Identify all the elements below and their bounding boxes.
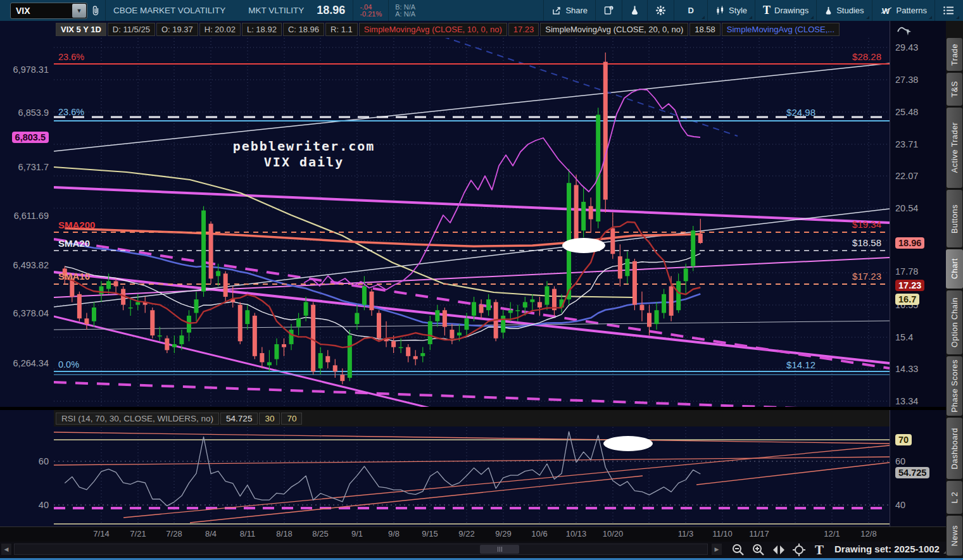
divider: [816, 0, 817, 21]
axis-label-6,611.69: 6,611.69: [14, 210, 49, 221]
date-tick-11/3: 11/3: [672, 529, 700, 538]
ask-value: A: N/A: [395, 11, 415, 18]
candle-28: [267, 362, 272, 365]
candle-61: [508, 310, 513, 313]
text-tool-button[interactable]: T: [810, 542, 828, 557]
date-tick-8/4: 8/4: [197, 529, 225, 538]
date-tick-8/25: 8/25: [306, 529, 334, 538]
time-axis[interactable]: 7/147/217/288/48/118/188/259/19/89/159/2…: [0, 526, 946, 542]
candle-58: [486, 299, 491, 310]
chart-annotation: $19.34: [852, 219, 881, 230]
top-toolbar: VIX ▼ CBOE MARKET VOLATILITY MKT VLTILIT…: [0, 0, 963, 21]
patterns-button[interactable]: W Patterns: [874, 0, 933, 21]
candle-42: [369, 292, 374, 311]
candle-62: [515, 310, 520, 311]
study-label-1: SimpleMovingAvg (CLOSE, 20, 0, no): [540, 23, 688, 36]
candle-35: [318, 353, 323, 368]
candles[interactable]: [63, 53, 703, 384]
sidebar-tab-dashboard[interactable]: Dashboard: [947, 418, 962, 479]
rsi-study-panel[interactable]: [54, 427, 890, 525]
symbol-link-icon[interactable]: [87, 0, 104, 21]
symbol-dropdown-button[interactable]: ▼: [72, 4, 86, 18]
right-price-axis[interactable]: 29.4327.3825.4823.7122.0720.5417.7816.55…: [890, 21, 947, 526]
study-label-0: SimpleMovingAvg (CLOSE, 10, 0, no): [359, 23, 507, 36]
highlight-ellipse[interactable]: [562, 238, 605, 253]
notes-icon-button[interactable]: i: [597, 0, 620, 21]
candle-21: [216, 271, 220, 276]
menu-button[interactable]: [936, 0, 960, 21]
crosshair-button[interactable]: [790, 542, 808, 557]
divider: [674, 0, 674, 21]
candle-17: [187, 316, 191, 333]
chart-annotation: $14.12: [786, 359, 815, 370]
candle-81: [655, 310, 659, 324]
price-badge-70: 70: [895, 434, 912, 445]
date-tick-10/13: 10/13: [562, 529, 590, 538]
candle-52: [443, 310, 447, 327]
settings-gear-button[interactable]: [649, 0, 672, 21]
timeframe-button[interactable]: D: [676, 0, 706, 21]
candle-66: [544, 286, 549, 304]
rsi-value: 54.725: [220, 413, 258, 425]
symbol-input[interactable]: VIX ▼: [10, 3, 87, 19]
scroll-right-button[interactable]: ▶: [712, 544, 722, 555]
scrollbar-handle[interactable]: [480, 545, 519, 554]
drawings-button[interactable]: T Drawings: [757, 0, 815, 21]
sidebar-tab-chart[interactable]: Chart: [946, 249, 963, 289]
zoom-out-button[interactable]: [729, 542, 747, 557]
divider: [353, 0, 353, 21]
scroll-left-button[interactable]: ◀: [1, 544, 11, 555]
analysis-flask-button[interactable]: [624, 0, 646, 21]
candle-19: [201, 211, 206, 292]
sma200-line[interactable]: [65, 228, 700, 247]
candle-56: [472, 302, 476, 315]
zoom-in-button[interactable]: [750, 542, 767, 557]
sidebar-tab-t-s[interactable]: T&S: [947, 73, 962, 106]
divider: [755, 0, 755, 21]
candle-32: [296, 318, 301, 327]
axis-label-20.54: 20.54: [895, 202, 918, 214]
date-tick-10/20: 10/20: [599, 529, 627, 538]
rsi-overbought-level: 70: [281, 413, 302, 425]
sidebar-tab-phase-scores[interactable]: Phase Scores: [947, 356, 962, 416]
sidebar-tab-news[interactable]: News: [947, 516, 962, 556]
symbol-description: CBOE MARKET VOLATILITY: [107, 0, 232, 21]
chart-drawing-tools-icon[interactable]: [897, 24, 913, 39]
rsi-status-row: RSI (14, 70, 30, CLOSE, WILDERS, no) 54.…: [54, 410, 890, 426]
candle-6: [106, 281, 111, 289]
axis-label-22.07: 22.07: [895, 170, 918, 182]
candle-51: [435, 310, 439, 321]
style-button[interactable]: Style: [709, 0, 753, 21]
divider: [388, 0, 389, 21]
candle-10: [135, 302, 140, 304]
left-price-axis[interactable]: 6,978.316,853.96,803.56,731.76,611.696,4…: [0, 21, 54, 526]
chart-annotation: 0.0%: [58, 359, 79, 370]
sidebar-tab-buttons[interactable]: Buttons: [947, 190, 962, 247]
pan-arrows-button[interactable]: [770, 542, 788, 557]
chart-annotation: $18.58: [852, 237, 881, 248]
candle-73: [596, 115, 600, 221]
rsi-highlight-ellipse[interactable]: [603, 436, 653, 451]
sidebar-tab-active-trader[interactable]: Active Trader: [947, 108, 962, 188]
sidebar-tab-l-2[interactable]: L 2: [947, 481, 962, 514]
candle-74: [603, 62, 608, 200]
divider: [105, 0, 106, 21]
sidebar-tab-option-chain[interactable]: Option Chain: [947, 290, 962, 354]
share-button[interactable]: Share: [545, 0, 594, 21]
ohlc-field-4: C: 18.96: [283, 23, 324, 36]
candle-84: [676, 281, 681, 310]
chart-scrollbar[interactable]: [14, 544, 708, 555]
studies-button[interactable]: Studies: [818, 0, 870, 21]
drawing-set-selector[interactable]: Drawing set: 2025-1002: [834, 544, 940, 554]
candle-15: [172, 344, 177, 347]
chart-annotation: 23.6%: [58, 52, 84, 62]
candle-78: [633, 261, 637, 305]
candle-34: [311, 305, 315, 371]
date-tick-9/15: 9/15: [416, 529, 444, 538]
main-price-chart[interactable]: 23.6%23.6%0.0%$28.28$24.98$19.34$18.58$1…: [54, 38, 890, 408]
rsi-label: RSI (14, 70, 30, CLOSE, WILDERS, no): [56, 413, 219, 425]
sidebar-tab-trade[interactable]: Trade: [947, 38, 962, 71]
candle-63: [523, 302, 527, 308]
candle-45: [391, 341, 396, 347]
overlay-symbol-line[interactable]: [304, 89, 700, 290]
